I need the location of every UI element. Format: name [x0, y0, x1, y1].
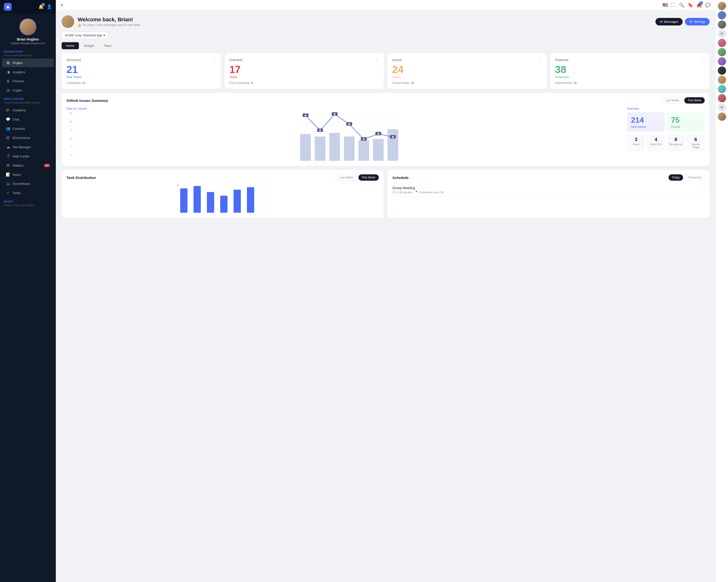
sidebar-item-project[interactable]: ⊞ Project: [2, 58, 54, 67]
stat-overdue-footer: From yesterday: 9: [229, 81, 379, 85]
stat-overdue-menu[interactable]: ⋮: [375, 57, 379, 62]
welcome-left: Welcome back, Brian! 🔔 You have 2 new me…: [62, 15, 140, 28]
sidebar-item-filemanager[interactable]: ☁ File Manager: [2, 143, 54, 151]
tasks-icon: ✓: [6, 191, 10, 195]
sidebar-item-academy[interactable]: 🎓 Academy: [2, 106, 54, 114]
notification-icon[interactable]: 🔔 3: [38, 4, 44, 9]
bookmark-icon[interactable]: 🔖: [688, 2, 693, 8]
rs-avatar-8[interactable]: [718, 76, 726, 84]
inbox-badge: 5: [700, 1, 703, 5]
tab-budget[interactable]: Budget: [80, 42, 99, 49]
sidebar-item-scrumboard[interactable]: 🗂 Scrumboard: [2, 179, 54, 188]
messages-icon[interactable]: 💬: [705, 2, 710, 8]
sidebar-item-ecommerce[interactable]: 🛒 ECommerce ›: [2, 133, 54, 142]
task-last-week-btn[interactable]: Last Week: [336, 174, 357, 181]
schedule-time: 🕐 in 32 minutes: [392, 191, 412, 194]
applications-section-label: APPLICATIONS: [0, 95, 56, 101]
overview-top: 214 New Issues 75 Closed: [627, 112, 705, 132]
sidebar-item-label: Mailbox: [12, 164, 24, 167]
sidebar-item-label: Analytics: [12, 70, 25, 74]
stat-features-menu[interactable]: ⋮: [701, 57, 705, 62]
ecommerce-icon: 🛒: [6, 136, 10, 140]
svg-rect-8: [329, 133, 340, 161]
mini-fixed-label: Fixed: [629, 143, 643, 146]
y-label-27: 27: [67, 129, 72, 132]
user-circle-icon[interactable]: 👤: [47, 4, 52, 9]
rs-avatar-6[interactable]: [718, 57, 726, 65]
mini-reopened-label: Re-opened: [669, 143, 683, 146]
new-issues-card: 214 New Issues: [627, 112, 665, 132]
rs-avatar-9[interactable]: [718, 85, 726, 93]
mini-card-reopened: 8 Re-opened: [667, 134, 685, 151]
rs-avatar-11[interactable]: [718, 113, 726, 121]
project-selector-label: ACME Corp. Backend App: [65, 33, 102, 37]
rs-avatar-7[interactable]: [718, 66, 726, 75]
task-distribution-header: Task Distribution Last Week This Week: [67, 174, 379, 181]
github-this-week-btn[interactable]: This Week: [684, 97, 705, 104]
sidebar-item-analytics[interactable]: ◑ Analytics: [2, 68, 54, 76]
user-avatar[interactable]: [19, 19, 36, 35]
finance-icon: $: [6, 79, 10, 83]
menu-icon[interactable]: ≡: [61, 3, 63, 8]
sidebar-header-icons: 🔔 3 👤: [38, 4, 52, 9]
schedule-today-btn[interactable]: Today: [669, 174, 683, 181]
task-this-week-btn[interactable]: This Week: [358, 174, 379, 181]
sidebar-item-finance[interactable]: $ Finance: [2, 77, 54, 85]
schedule-item-title: Group Meeting: [392, 186, 444, 190]
stat-issues-number: 24: [392, 64, 542, 75]
sidebar-item-notes[interactable]: 📝 Notes: [2, 170, 54, 179]
new-issues-number: 214: [631, 116, 661, 124]
schedule-tomorrow-btn[interactable]: Tomorrow: [684, 174, 705, 181]
github-issues-header: Github Issues Summary Last Week This Wee…: [67, 97, 705, 104]
sidebar-item-contacts[interactable]: 👥 Contacts: [2, 124, 54, 133]
stat-features-footer: Implemented: 16: [555, 81, 705, 85]
stat-summary-menu[interactable]: ⋮: [212, 57, 216, 62]
rs-avatar-4[interactable]: [718, 39, 726, 47]
search-icon[interactable]: 🔍: [679, 2, 684, 8]
stat-issues-menu[interactable]: ⋮: [538, 57, 542, 62]
flag-icon[interactable]: 🇺🇸: [662, 2, 668, 8]
rs-avatar-placeholder-m2[interactable]: M: [718, 103, 726, 112]
stats-row: Summary ⋮ 21 Due Tasks Completed: 13 Ove…: [62, 53, 709, 89]
y-label-18: 18: [67, 137, 72, 140]
closed-issues-number: 75: [671, 116, 701, 124]
tab-home[interactable]: Home: [62, 42, 79, 49]
sidebar-item-label: Scrumboard: [12, 182, 30, 186]
github-toggle-group: Last Week This Week: [662, 97, 705, 104]
dashboards-section-sub: Unique dashboard designs: [0, 54, 56, 58]
github-content: New vs. Closed 45 36 27 18 9 0: [67, 107, 705, 162]
topbar: ≡ 🇺🇸 ⛶ 🔍 🔖 📥 5 💬: [56, 0, 716, 10]
sidebar-item-crypto[interactable]: ◎ Crypto: [2, 86, 54, 94]
rs-avatar-1[interactable]: [718, 2, 726, 10]
svg-text:40: 40: [177, 184, 179, 187]
chevron-right-icon: ›: [49, 136, 50, 139]
tab-team[interactable]: Team: [100, 42, 116, 49]
overview-section: Overview 214 New Issues 75 Closed: [627, 107, 705, 162]
settings-button[interactable]: ⚙ Settings: [685, 18, 709, 25]
app-logo[interactable]: ◆: [4, 3, 11, 11]
rs-avatar-5[interactable]: [718, 48, 726, 56]
chevron-right-icon[interactable]: ›: [703, 188, 705, 192]
rs-avatar-placeholder-m1[interactable]: M: [718, 30, 726, 38]
github-last-week-btn[interactable]: Last Week: [662, 97, 683, 104]
task-toggle-group: Last Week This Week: [336, 174, 379, 181]
rs-avatar-3[interactable]: [718, 20, 726, 29]
project-selector[interactable]: ACME Corp. Backend App ▾: [62, 32, 108, 39]
messages-button[interactable]: ✉ Messages: [655, 18, 683, 25]
crypto-icon: ◎: [6, 88, 10, 92]
rs-avatar-10[interactable]: [718, 94, 726, 102]
sidebar-item-mailbox[interactable]: ✉ Mailbox 27: [2, 161, 54, 170]
sidebar-item-helpcenter[interactable]: ❓ Help Center ›: [2, 152, 54, 161]
sidebar-item-chat[interactable]: 💬 Chat: [2, 115, 54, 124]
mini-triage-num: 6: [689, 137, 703, 142]
fullscreen-icon[interactable]: ⛶: [671, 3, 676, 8]
closed-issues-label: Closed: [671, 125, 701, 129]
inbox-icon[interactable]: 📥 5: [697, 2, 702, 8]
online-indicator-red: [724, 17, 726, 19]
stat-summary-title: Summary: [67, 58, 81, 62]
rs-avatar-2[interactable]: [718, 11, 726, 20]
stat-overdue-number: 17: [229, 64, 379, 75]
sidebar-item-tasks[interactable]: ✓ Tasks: [2, 188, 54, 197]
svg-point-32: [378, 133, 379, 135]
sidebar-item-label: Chat: [12, 118, 19, 121]
